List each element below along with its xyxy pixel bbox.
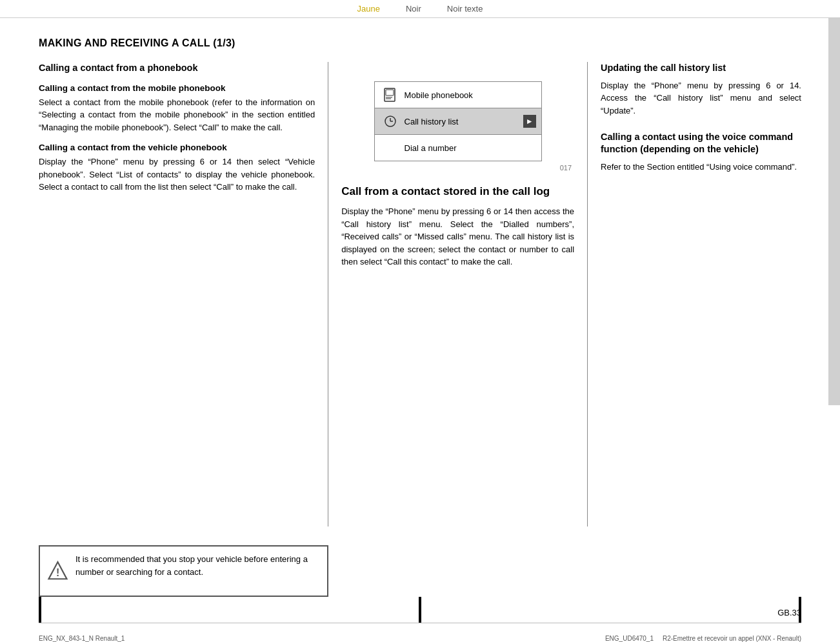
call-log-text: Display the “Phone” menu by pressing 6 o…	[341, 205, 574, 268]
color-tab-noir: Noir	[406, 4, 421, 14]
v-bar-center	[419, 597, 421, 623]
voice-command-text: Refer to the Section entitled “Using voi…	[601, 161, 801, 174]
v-bar-right	[799, 597, 801, 623]
footer-center: ENG_UD6470_1 R2-Emettre et recevoir un a…	[605, 635, 801, 642]
svg-rect-1	[386, 90, 394, 95]
update-history-text: Display the “Phone” menu by pressing 6 o…	[601, 79, 801, 117]
phonebook-label: Mobile phonebook	[405, 90, 473, 100]
left-section-heading: Calling a contact from a phonebook	[39, 62, 315, 74]
page-content: MAKING AND RECEIVING A CALL (1/3) Callin…	[39, 18, 801, 623]
dial-label: Dial a number	[405, 143, 457, 153]
scroll-bar	[828, 18, 840, 405]
top-bar: Jaune Noir Noir texte	[0, 0, 840, 18]
call-log-heading: Call from a contact stored in the call l…	[341, 185, 574, 199]
svg-text:!: !	[56, 567, 59, 578]
phonebook-icon	[381, 86, 399, 104]
image-number: 017	[341, 164, 572, 172]
warning-icon: !	[46, 560, 69, 583]
warning-text: It is recommended that you stop your veh…	[75, 554, 308, 577]
menu-arrow-icon: ►	[523, 115, 536, 128]
sub-heading-mobile: Calling a contact from the mobile phoneb…	[39, 83, 315, 93]
right-column: Updating the call history list Display t…	[588, 62, 801, 527]
menu-row-history: Call history list ►	[375, 108, 541, 135]
left-column: Calling a contact from a phonebook Calli…	[39, 62, 328, 527]
center-column: Mobile phonebook Call history list ►	[328, 62, 588, 527]
history-label: Call history list	[405, 117, 459, 126]
footer-left: ENG_NX_843-1_N Renault_1	[39, 635, 125, 642]
columns-layout: Calling a contact from a phonebook Calli…	[39, 62, 801, 527]
vehicle-phonebook-text: Display the “Phone” menu by pressing 6 o…	[39, 155, 315, 194]
update-history-heading: Updating the call history list	[601, 62, 801, 74]
footer-doc-id: ENG_UD6470_1	[605, 635, 654, 642]
v-bar-left	[39, 597, 41, 623]
sub-heading-vehicle: Calling a contact from the vehicle phone…	[39, 143, 315, 152]
color-tab-jaune: Jaune	[357, 4, 380, 14]
menu-row-dial: Dial a number	[375, 135, 541, 161]
mobile-phonebook-text: Select a contact from the mobile phonebo…	[39, 96, 315, 134]
footer: ENG_NX_843-1_N Renault_1 ENG_UD6470_1 R2…	[39, 623, 801, 642]
page-number: GB.33	[777, 608, 801, 617]
footer-doc-desc: R2-Emettre et recevoir un appel (XNX - R…	[663, 635, 801, 642]
color-tab-noir-texte: Noir texte	[447, 4, 483, 14]
clock-icon	[381, 112, 399, 130]
menu-row-phonebook: Mobile phonebook	[375, 82, 541, 108]
voice-command-heading: Calling a contact using the voice comman…	[601, 131, 801, 155]
page-title: MAKING AND RECEIVING A CALL (1/3)	[39, 37, 801, 49]
warning-box: ! It is recommended that you stop your v…	[39, 545, 328, 597]
phone-menu-widget: Mobile phonebook Call history list ►	[374, 81, 542, 161]
